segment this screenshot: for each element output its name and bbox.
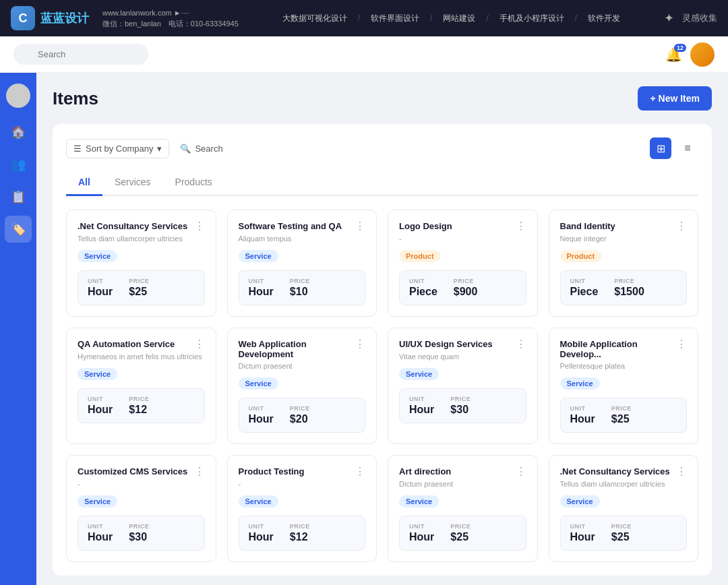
card-menu-button[interactable]: ⋮ (676, 466, 687, 477)
unit-value: Hour (88, 286, 113, 298)
unit-col: UNIT Piece (570, 278, 599, 298)
unit-label: UNIT (570, 278, 599, 284)
card-menu-button[interactable]: ⋮ (676, 221, 687, 232)
badge: Service (239, 377, 278, 390)
price-label: PRICE (611, 523, 632, 530)
toolbar-right: ⊞ ≡ (650, 137, 698, 159)
card-menu-button[interactable]: ⋮ (516, 221, 526, 232)
list-view-button[interactable]: ≡ (677, 137, 698, 159)
unit-value: Piece (409, 286, 437, 298)
unit-value: Hour (88, 404, 113, 416)
badge: Service (560, 495, 600, 507)
card-header: QA Automation Service ⋮ (78, 339, 205, 350)
search-input[interactable] (13, 44, 148, 65)
price-label: PRICE (129, 523, 149, 530)
card-menu-button[interactable]: ⋮ (355, 221, 365, 232)
sidebar-item-list[interactable]: 📋 (5, 183, 32, 210)
unit-value: Hour (249, 413, 274, 425)
price-label: PRICE (290, 405, 310, 412)
toolbar: ☰ Sort by Company ▾ 🔍 Search ⊞ ≡ (66, 137, 698, 159)
banner-contact: www.lanlanwork.com ►···· 微信：ben_lanlan 电… (102, 7, 239, 30)
card-title: QA Automation Service (78, 339, 189, 349)
unit-label: UNIT (409, 396, 434, 402)
item-card[interactable]: .Net Consultancy Services ⋮ Tellus diam … (549, 455, 699, 562)
item-card[interactable]: Customized CMS Services ⋮ - Service UNIT… (66, 455, 216, 562)
banner-nav: 大数据可视化设计 / 软件界面设计 / 网站建设 / 手机及小程序设计 / 软件… (252, 13, 650, 24)
new-item-button[interactable]: + New Item (638, 86, 712, 111)
search-button[interactable]: 🔍 Search (180, 144, 222, 154)
search-icon: 🔍 (180, 144, 191, 154)
item-card[interactable]: UI/UX Design Services ⋮ Vitae neque quam… (388, 328, 538, 444)
sidebar-item-home[interactable]: 🏠 (5, 119, 32, 146)
card-menu-button[interactable]: ⋮ (194, 466, 205, 477)
card-subtitle: Tellus diam ullamcorper ultricies (78, 235, 205, 243)
sidebar-avatar (6, 84, 30, 108)
price-value: $30 (129, 531, 149, 543)
top-banner: C 蓝蓝设计 www.lanlanwork.com ►···· 微信：ben_l… (0, 0, 728, 36)
notification-button[interactable]: 🔔 12 (665, 47, 682, 63)
price-col: PRICE $12 (129, 396, 149, 416)
item-card[interactable]: Web Application Development ⋮ Dictum pra… (227, 328, 377, 444)
unit-value: Hour (249, 286, 274, 298)
price-col: PRICE $25 (611, 523, 632, 543)
card-menu-button[interactable]: ⋮ (355, 339, 365, 350)
item-card[interactable]: Logo Design ⋮ - Product UNIT Piece PRICE… (388, 210, 538, 317)
avatar[interactable] (690, 42, 715, 67)
unit-col: UNIT Hour (409, 523, 434, 543)
price-value: $1500 (614, 286, 644, 298)
chevron-down-icon: ▾ (157, 144, 162, 154)
sort-button[interactable]: ☰ Sort by Company ▾ (66, 139, 169, 158)
price-label: PRICE (290, 523, 310, 530)
badge: Service (78, 250, 117, 262)
sidebar: 🏠 👥 📋 🏷️ (0, 73, 36, 585)
grid-view-button[interactable]: ⊞ (650, 137, 671, 159)
item-card[interactable]: Mobile Application Develop... ⋮ Pellente… (549, 328, 699, 444)
card-header: Software Testing and QA ⋮ (239, 221, 366, 232)
item-card[interactable]: .Net Consultancy Services ⋮ Tellus diam … (66, 210, 216, 317)
filter-icon: ☰ (73, 144, 82, 154)
item-card[interactable]: Art direction ⋮ Dictum praesent Service … (388, 455, 538, 562)
card-menu-button[interactable]: ⋮ (194, 221, 205, 232)
badge: Service (560, 377, 600, 390)
card-header: Web Application Development ⋮ (239, 339, 366, 359)
card-menu-button[interactable]: ⋮ (516, 339, 526, 350)
price-box: UNIT Hour PRICE $12 (78, 388, 205, 423)
price-box: UNIT Hour PRICE $20 (239, 398, 366, 433)
card-title: Web Application Development (239, 339, 350, 359)
card-subtitle: - (78, 480, 205, 488)
badge: Service (78, 368, 117, 380)
card-header: Customized CMS Services ⋮ (78, 466, 205, 477)
price-box: UNIT Hour PRICE $30 (399, 388, 526, 423)
price-box: UNIT Hour PRICE $25 (78, 270, 205, 305)
price-col: PRICE $20 (290, 405, 310, 425)
card-menu-button[interactable]: ⋮ (355, 466, 365, 477)
unit-col: UNIT Hour (88, 396, 113, 416)
sidebar-item-users[interactable]: 👥 (5, 151, 32, 178)
star-icon: ✦ (664, 11, 674, 26)
card-menu-button[interactable]: ⋮ (516, 466, 526, 477)
unit-label: UNIT (249, 523, 274, 530)
item-card[interactable]: Software Testing and QA ⋮ Aliquam tempus… (227, 210, 377, 317)
card-menu-button[interactable]: ⋮ (194, 339, 205, 350)
badge: Service (78, 495, 117, 507)
item-card[interactable]: Band Identity ⋮ Neque integer Product UN… (549, 210, 699, 317)
card-title: Art direction (399, 466, 510, 476)
price-col: PRICE $1500 (614, 278, 644, 298)
unit-label: UNIT (249, 405, 274, 412)
tab-products[interactable]: Products (163, 170, 224, 196)
unit-label: UNIT (249, 278, 274, 284)
top-bar-right: 🔔 12 (665, 42, 715, 67)
page-header: Items + New Item (53, 86, 712, 111)
card-menu-button[interactable]: ⋮ (676, 339, 687, 350)
unit-value: Hour (409, 531, 434, 543)
items-grid: .Net Consultancy Services ⋮ Tellus diam … (66, 210, 698, 562)
card-title: Software Testing and QA (239, 221, 350, 231)
item-card[interactable]: QA Automation Service ⋮ Hymenaeos in ame… (66, 328, 216, 444)
sidebar-item-tags[interactable]: 🏷️ (5, 216, 32, 243)
price-value: $25 (450, 531, 471, 543)
tab-all[interactable]: All (66, 170, 102, 196)
tab-services[interactable]: Services (102, 170, 163, 196)
price-value: $25 (611, 531, 632, 543)
card-title: Band Identity (560, 221, 671, 231)
item-card[interactable]: Product Testing ⋮ - Service UNIT Hour PR… (227, 455, 377, 562)
